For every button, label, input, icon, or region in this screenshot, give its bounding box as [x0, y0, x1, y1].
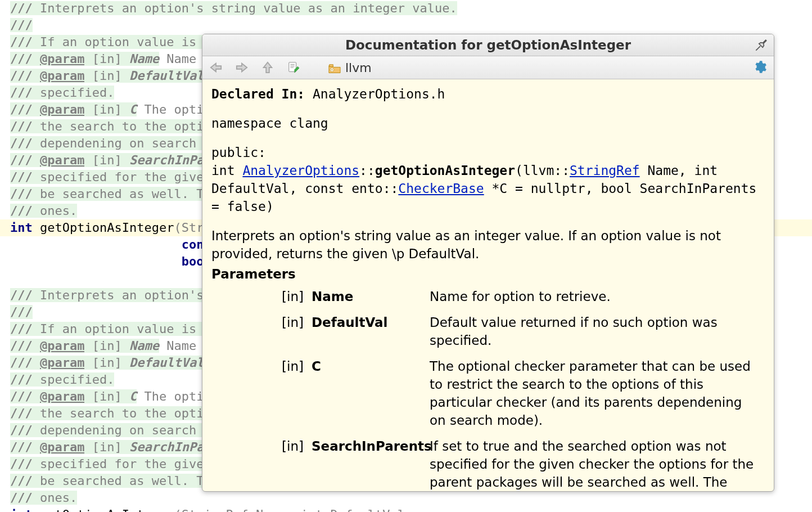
declared-in-label: Declared In: [211, 87, 313, 101]
popup-title: Documentation for getOptionAsInteger [345, 38, 631, 52]
breadcrumb-label: llvm [345, 61, 372, 75]
up-icon[interactable] [260, 60, 276, 75]
parameters-section: Parameters [in]NameName for option to re… [211, 265, 765, 492]
declared-in-row: Declared In: AnalyzerOptions.h [211, 85, 765, 103]
back-icon[interactable] [208, 60, 224, 75]
popup-title-bar: Documentation for getOptionAsInteger [202, 34, 774, 56]
param-description: Default value returned if no such option… [430, 313, 765, 349]
param-direction: [in] [255, 313, 306, 349]
class-link[interactable]: AnalyzerOptions [242, 163, 359, 178]
param-description: Name for option to retrieve. [430, 288, 765, 306]
parameters-header: Parameters [211, 265, 765, 283]
summary-text: Interprets an option's string value as a… [211, 227, 765, 263]
checkerbase-link[interactable]: CheckerBase [398, 181, 484, 196]
param-description: The optional checker parameter that can … [430, 357, 765, 429]
popup-toolbar: llvm [202, 56, 774, 79]
param-name: DefaultVal [312, 313, 424, 349]
documentation-body: Declared In: AnalyzerOptions.h namespace… [202, 79, 774, 492]
svg-rect-3 [331, 69, 332, 70]
edit-source-icon[interactable] [286, 60, 301, 75]
namespace-line: namespace clang [211, 114, 765, 132]
param-direction: [in] [255, 437, 306, 492]
param-name: C [312, 357, 424, 429]
param-description: If set to true and the searched option w… [430, 437, 765, 492]
param-direction: [in] [255, 288, 306, 306]
param-name: SearchInParents [312, 437, 424, 492]
breadcrumb[interactable]: llvm [328, 61, 372, 75]
param-direction: [in] [255, 357, 306, 429]
folder-icon [328, 62, 341, 73]
stringref-link[interactable]: StringRef [570, 163, 640, 178]
pin-icon[interactable] [754, 38, 768, 52]
signature: int AnalyzerOptions::getOptionAsInteger(… [211, 161, 765, 215]
param-name: Name [312, 288, 424, 306]
access-line: public: [211, 143, 765, 161]
documentation-popup: Documentation for getOptionAsInteger llv… [202, 34, 774, 492]
declared-in-value: AnalyzerOptions.h [313, 87, 445, 101]
gear-icon[interactable] [752, 60, 768, 75]
svg-rect-1 [330, 65, 333, 67]
forward-icon[interactable] [234, 60, 250, 75]
